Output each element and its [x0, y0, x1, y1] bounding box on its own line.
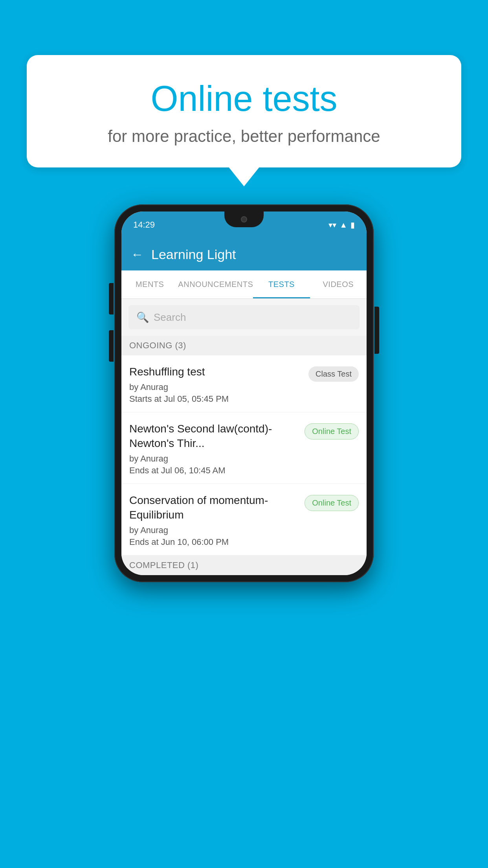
phone-screen: 14:29 ▾▾ ▲ ▮ ← Learning Light MENTS — [121, 211, 367, 575]
test-info: Newton's Second law(contd)-Newton's Thir… — [129, 422, 300, 476]
test-list: Reshuffling test by Anurag Starts at Jul… — [121, 355, 367, 555]
test-date: Ends at Jun 10, 06:00 PM — [129, 537, 300, 547]
search-icon: 🔍 — [136, 311, 149, 324]
test-author: by Anurag — [129, 382, 304, 392]
phone-wrapper: 14:29 ▾▾ ▲ ▮ ← Learning Light MENTS — [114, 204, 374, 582]
test-date: Ends at Jul 06, 10:45 AM — [129, 465, 300, 476]
ongoing-section-header: ONGOING (3) — [121, 336, 367, 355]
app-header: ← Learning Light — [121, 238, 367, 270]
tab-videos[interactable]: VIDEOS — [310, 270, 367, 298]
test-item[interactable]: Newton's Second law(contd)-Newton's Thir… — [121, 412, 367, 484]
test-name: Conservation of momentum-Equilibrium — [129, 493, 300, 522]
test-info: Conservation of momentum-Equilibrium by … — [129, 493, 300, 547]
test-name: Reshuffling test — [129, 365, 304, 379]
app-title: Learning Light — [151, 247, 236, 262]
test-item[interactable]: Reshuffling test by Anurag Starts at Jul… — [121, 355, 367, 412]
camera — [241, 216, 247, 223]
test-item[interactable]: Conservation of momentum-Equilibrium by … — [121, 484, 367, 555]
search-input[interactable]: Search — [154, 311, 186, 324]
tab-ments[interactable]: MENTS — [121, 270, 178, 298]
battery-icon: ▮ — [350, 220, 355, 230]
test-badge-online-2: Online Test — [305, 495, 359, 511]
tab-tests[interactable]: TESTS — [253, 270, 310, 298]
speech-bubble: Online tests for more practice, better p… — [27, 55, 461, 167]
test-info: Reshuffling test by Anurag Starts at Jul… — [129, 365, 304, 404]
bubble-title: Online tests — [46, 79, 442, 119]
completed-section-header: COMPLETED (1) — [121, 555, 367, 575]
test-author: by Anurag — [129, 454, 300, 464]
tab-announcements[interactable]: ANNOUNCEMENTS — [178, 270, 253, 298]
signal-icon: ▲ — [339, 221, 347, 230]
test-badge-class: Class Test — [308, 366, 359, 382]
wifi-icon: ▾▾ — [328, 220, 336, 230]
status-bar: 14:29 ▾▾ ▲ ▮ — [121, 211, 367, 238]
test-author: by Anurag — [129, 525, 300, 535]
bubble-subtitle: for more practice, better performance — [46, 127, 442, 146]
search-bar[interactable]: 🔍 Search — [128, 305, 360, 329]
phone-outer: 14:29 ▾▾ ▲ ▮ ← Learning Light MENTS — [114, 204, 374, 582]
test-date: Starts at Jul 05, 05:45 PM — [129, 394, 304, 404]
status-time: 14:29 — [133, 220, 155, 230]
test-name: Newton's Second law(contd)-Newton's Thir… — [129, 422, 300, 451]
test-badge-online: Online Test — [305, 423, 359, 440]
notch — [224, 211, 264, 227]
status-icons: ▾▾ ▲ ▮ — [328, 220, 355, 230]
back-button[interactable]: ← — [131, 247, 143, 262]
tabs-bar: MENTS ANNOUNCEMENTS TESTS VIDEOS — [121, 270, 367, 299]
